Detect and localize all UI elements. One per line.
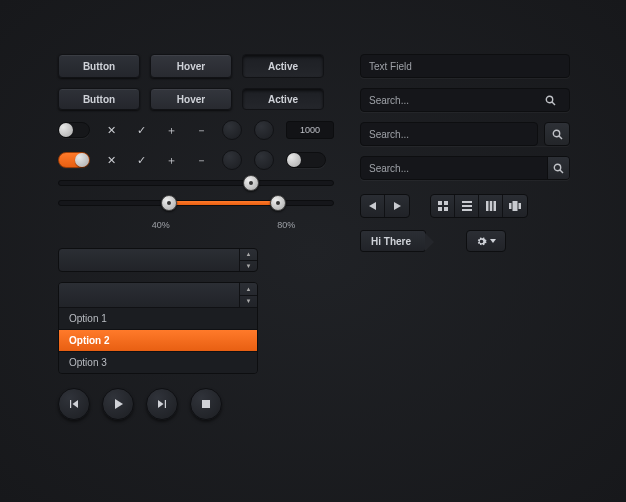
svg-rect-17 xyxy=(509,203,512,209)
search-button[interactable] xyxy=(547,157,569,179)
toggle-knob xyxy=(287,153,301,167)
prev-button[interactable] xyxy=(58,388,90,420)
play-icon xyxy=(114,399,123,409)
slider-high-label: 80% xyxy=(277,220,295,230)
slider-handle-low[interactable] xyxy=(161,195,177,211)
next-button[interactable] xyxy=(146,388,178,420)
select-stepper[interactable]: ▲ ▼ xyxy=(239,249,257,271)
chevron-down-icon xyxy=(490,239,496,243)
text-field[interactable]: Text Field xyxy=(360,54,570,78)
select-stepper[interactable]: ▲ ▼ xyxy=(239,283,257,307)
cover-view-icon xyxy=(509,201,521,211)
select-option[interactable]: Option 3 xyxy=(59,351,257,373)
check-icon[interactable]: ✓ xyxy=(132,121,150,139)
settings-button[interactable] xyxy=(466,230,506,252)
svg-rect-8 xyxy=(444,201,448,205)
radio-off-2[interactable] xyxy=(254,120,274,140)
radio-button-2[interactable] xyxy=(254,150,274,170)
plus-icon[interactable]: ＋ xyxy=(162,121,180,139)
nav-next[interactable] xyxy=(385,195,409,217)
svg-line-4 xyxy=(559,136,562,139)
next-icon xyxy=(157,399,167,409)
slider-labels: 40% 80% xyxy=(58,220,334,230)
plus-icon[interactable]: ＋ xyxy=(162,151,180,169)
toggle-on[interactable] xyxy=(58,152,90,168)
svg-rect-18 xyxy=(513,201,518,211)
svg-rect-16 xyxy=(493,201,496,211)
button-label: Hover xyxy=(177,61,205,72)
slider-handle-high[interactable] xyxy=(270,195,286,211)
svg-line-6 xyxy=(560,170,563,173)
select-head[interactable]: ▲ ▼ xyxy=(59,283,257,307)
numeric-value: 1000 xyxy=(300,125,320,135)
search-placeholder: Search... xyxy=(369,163,409,174)
svg-line-2 xyxy=(552,102,555,105)
chevron-up-icon[interactable]: ▲ xyxy=(240,249,257,261)
stop-button[interactable] xyxy=(190,388,222,420)
toggle-off[interactable] xyxy=(58,122,90,138)
toggle-off-2[interactable] xyxy=(286,152,326,168)
option-label: Option 2 xyxy=(69,335,110,346)
close-icon[interactable]: ✕ xyxy=(102,121,120,139)
nav-prev[interactable] xyxy=(361,195,385,217)
button-active-small[interactable]: Active xyxy=(242,88,324,110)
button-active[interactable]: Active xyxy=(242,54,324,78)
search-placeholder: Search... xyxy=(369,95,409,106)
minus-icon[interactable]: － xyxy=(192,151,210,169)
search-icon[interactable] xyxy=(539,89,561,111)
svg-rect-11 xyxy=(462,201,472,203)
select-option[interactable]: Option 1 xyxy=(59,307,257,329)
select-expanded[interactable]: ▲ ▼ Option 1 Option 2 Option 3 xyxy=(58,282,258,374)
search-button[interactable] xyxy=(544,122,570,146)
chevron-down-icon[interactable]: ▼ xyxy=(240,296,257,308)
view-list[interactable] xyxy=(455,195,479,217)
gear-icon xyxy=(476,236,487,247)
check-icon[interactable]: ✓ xyxy=(132,151,150,169)
chevron-up-icon[interactable]: ▲ xyxy=(240,283,257,296)
svg-rect-7 xyxy=(438,201,442,205)
text-field-placeholder: Text Field xyxy=(369,61,412,72)
button-label: Button xyxy=(83,94,115,105)
button-label: Active xyxy=(268,61,298,72)
svg-rect-19 xyxy=(519,203,522,209)
tag[interactable]: Hi There xyxy=(360,230,426,252)
slider-low-label: 40% xyxy=(152,220,170,230)
select-collapsed[interactable]: ▲ ▼ xyxy=(58,248,258,272)
search-icon xyxy=(552,129,563,140)
triangle-left-icon xyxy=(369,202,376,210)
play-button[interactable] xyxy=(102,388,134,420)
button-hover-small[interactable]: Hover xyxy=(150,88,232,110)
list-view-icon xyxy=(462,201,472,211)
svg-rect-12 xyxy=(462,205,472,207)
search-field-inline[interactable]: Search... xyxy=(360,88,570,112)
chevron-down-icon[interactable]: ▼ xyxy=(240,261,257,272)
svg-rect-13 xyxy=(462,209,472,211)
view-cover[interactable] xyxy=(503,195,527,217)
button-hover[interactable]: Hover xyxy=(150,54,232,78)
view-grid[interactable] xyxy=(431,195,455,217)
svg-rect-9 xyxy=(438,207,442,211)
prev-icon xyxy=(69,399,79,409)
svg-rect-10 xyxy=(444,207,448,211)
close-icon[interactable]: ✕ xyxy=(102,151,120,169)
search-field-button[interactable]: Search... xyxy=(360,122,570,146)
search-placeholder: Search... xyxy=(369,129,409,140)
slider-range[interactable] xyxy=(58,200,334,206)
slider-single[interactable] xyxy=(58,180,334,186)
svg-rect-15 xyxy=(489,201,492,211)
numeric-field[interactable]: 1000 xyxy=(286,121,334,139)
columns-view-icon xyxy=(486,201,496,211)
radio-off[interactable] xyxy=(222,120,242,140)
minus-icon[interactable]: － xyxy=(192,121,210,139)
svg-point-5 xyxy=(554,164,560,170)
button-label: Button xyxy=(83,61,115,72)
view-columns[interactable] xyxy=(479,195,503,217)
svg-point-3 xyxy=(553,130,559,136)
stop-icon xyxy=(202,400,210,408)
slider-handle[interactable] xyxy=(243,175,259,191)
select-option-selected[interactable]: Option 2 xyxy=(59,329,257,351)
button-default[interactable]: Button xyxy=(58,54,140,78)
radio-button[interactable] xyxy=(222,150,242,170)
search-field-split[interactable]: Search... xyxy=(360,156,570,180)
button-default-small[interactable]: Button xyxy=(58,88,140,110)
